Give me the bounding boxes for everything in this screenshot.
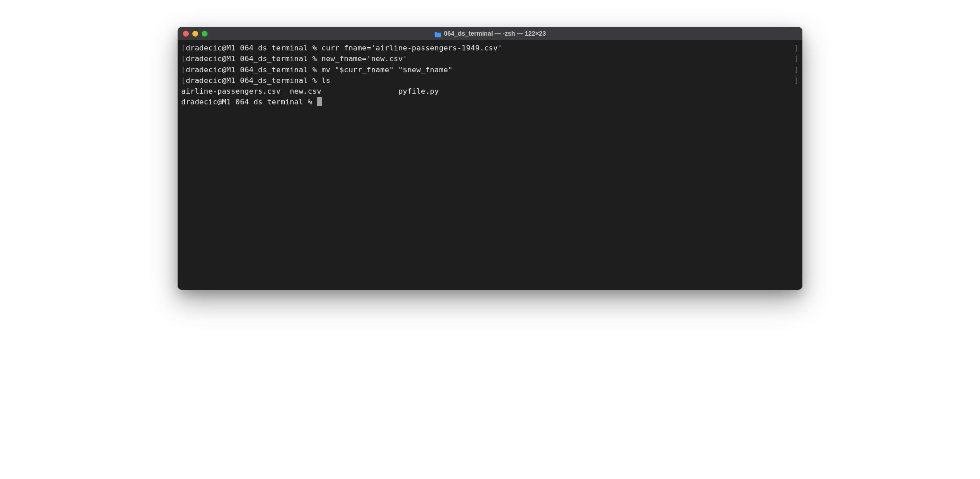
command-text: ls <box>321 76 330 85</box>
bracket-close-icon: ] <box>794 54 799 64</box>
titlebar[interactable]: 064_ds_terminal — -zsh — 122×23 <box>178 27 802 40</box>
prompt: dradecic@M1 064_ds_terminal % <box>186 76 321 85</box>
bracket-close-icon: ] <box>794 65 799 75</box>
prompt: dradecic@M1 064_ds_terminal % <box>186 66 321 74</box>
history-line: [ dradecic@M1 064_ds_terminal % new_fnam… <box>181 54 799 64</box>
command-text: curr_fname='airline-passengers-1949.csv' <box>321 44 502 52</box>
history-line: [ dradecic@M1 064_ds_terminal % curr_fna… <box>181 43 799 54</box>
bracket-open-icon: [ <box>181 75 186 86</box>
maximize-icon[interactable] <box>202 31 208 37</box>
minimize-icon[interactable] <box>192 31 198 37</box>
history-line: [ dradecic@M1 064_ds_terminal % mv "$cur… <box>181 65 799 75</box>
cursor-icon <box>317 97 322 106</box>
window-title: 064_ds_terminal — -zsh — 122×23 <box>444 30 546 37</box>
terminal-body[interactable]: [ dradecic@M1 064_ds_terminal % curr_fna… <box>178 40 802 290</box>
bracket-open-icon: [ <box>181 54 186 64</box>
history-line: [ dradecic@M1 064_ds_terminal % ls ] <box>181 75 799 86</box>
prompt: dradecic@M1 064_ds_terminal % <box>186 44 321 52</box>
prompt: dradecic@M1 064_ds_terminal % <box>186 54 321 63</box>
bracket-open-icon: [ <box>181 43 186 54</box>
current-prompt-line[interactable]: dradecic@M1 064_ds_terminal % <box>181 97 799 107</box>
bracket-open-icon: [ <box>181 65 186 75</box>
terminal-window: 064_ds_terminal — -zsh — 122×23 [ dradec… <box>178 27 802 290</box>
folder-icon <box>434 31 441 37</box>
close-icon[interactable] <box>183 31 189 37</box>
title-center: 064_ds_terminal — -zsh — 122×23 <box>178 30 802 37</box>
command-text: new_fname='new.csv' <box>321 54 407 63</box>
ls-output: airline-passengers.csv new.csv pyfile.py <box>181 86 799 97</box>
command-text: mv "$curr_fname" "$new_fname" <box>321 66 453 74</box>
traffic-lights <box>183 31 208 37</box>
prompt: dradecic@M1 064_ds_terminal % <box>181 98 317 106</box>
bracket-close-icon: ] <box>794 43 799 54</box>
bracket-close-icon: ] <box>794 75 799 86</box>
